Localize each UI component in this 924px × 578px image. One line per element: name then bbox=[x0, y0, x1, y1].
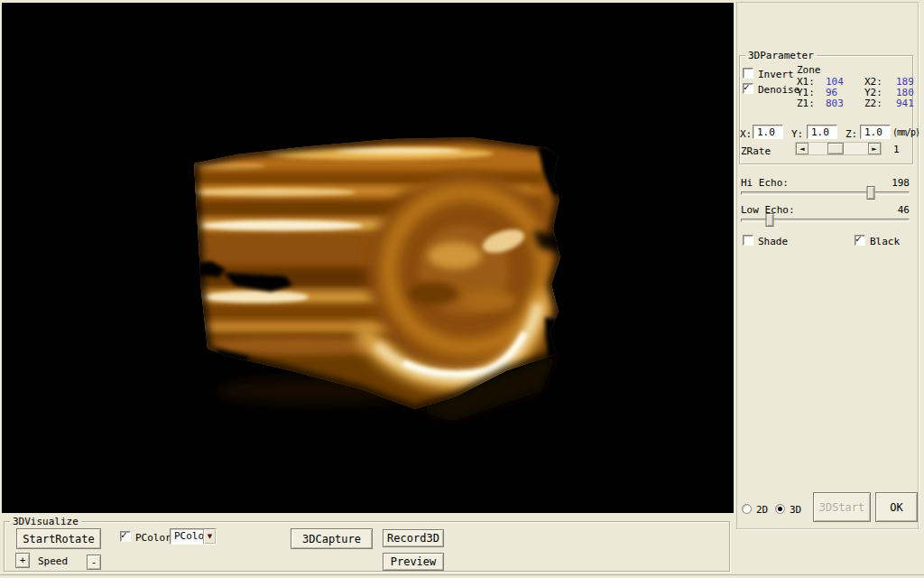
invert-checkbox[interactable] bbox=[743, 68, 753, 79]
zone-z1-value: 803 bbox=[826, 98, 844, 109]
shade-label: Shade bbox=[758, 236, 788, 247]
pcolor-dropdown[interactable]: PColor ▼ bbox=[170, 528, 217, 545]
app-window: 3DParameter Invert Denoise Zone X1: 104 … bbox=[0, 0, 924, 578]
invert-label: Invert bbox=[758, 69, 794, 80]
hi-echo-slider-track[interactable] bbox=[741, 191, 910, 195]
mode-2d-radio[interactable] bbox=[742, 504, 752, 514]
voxel-z-label: Z: bbox=[845, 128, 857, 140]
voxel-y-label: Y: bbox=[791, 128, 803, 140]
voxel-x-label: X: bbox=[740, 128, 752, 140]
hi-echo-slider-thumb[interactable] bbox=[866, 186, 874, 200]
zone-z2-value: 941 bbox=[896, 98, 914, 109]
start-rotate-button[interactable]: StartRotate bbox=[16, 528, 101, 549]
parameter-group-title: 3DParameter bbox=[745, 50, 817, 61]
pcolor-label: PColor bbox=[135, 532, 171, 544]
speed-label: Speed bbox=[38, 555, 68, 567]
zone-z2-label: Z2: bbox=[864, 98, 882, 109]
hi-echo-slider[interactable] bbox=[741, 185, 910, 200]
pcolor-dropdown-icon[interactable]: ▼ bbox=[203, 529, 216, 544]
low-echo-slider[interactable] bbox=[741, 212, 910, 227]
zrate-label: ZRate bbox=[741, 145, 771, 157]
render-viewport[interactable] bbox=[2, 3, 734, 513]
denoise-checkbox[interactable] bbox=[743, 83, 753, 94]
window-bottom-edge bbox=[0, 574, 924, 575]
voxel-unit-label: (mm/p) bbox=[892, 127, 919, 137]
zrate-scroll-left-icon[interactable]: ◄ bbox=[796, 143, 808, 154]
speed-plus-button[interactable]: + bbox=[15, 553, 30, 568]
voxel-y-input[interactable] bbox=[807, 125, 837, 139]
shade-checkbox[interactable] bbox=[743, 235, 753, 246]
zrate-value: 1 bbox=[893, 144, 900, 155]
ultrasound-volume-render bbox=[2, 3, 734, 513]
record3d-button[interactable]: Record3D bbox=[383, 529, 444, 547]
voxel-x-input[interactable] bbox=[753, 125, 783, 139]
low-echo-slider-thumb[interactable] bbox=[765, 213, 773, 227]
mode-2d-label: 2D bbox=[756, 504, 768, 516]
denoise-label: Denoise bbox=[758, 84, 799, 96]
voxel-z-input[interactable] bbox=[860, 125, 891, 139]
zrate-scroll-thumb[interactable] bbox=[827, 143, 844, 154]
black-label: Black bbox=[870, 236, 900, 247]
parameter-panel: 3DParameter Invert Denoise Zone X1: 104 … bbox=[734, 0, 924, 578]
mode-3d-label: 3D bbox=[790, 504, 801, 516]
speed-minus-button[interactable]: - bbox=[87, 555, 101, 570]
3dstart-button[interactable]: 3DStart bbox=[813, 492, 871, 522]
zone-title: Zone bbox=[797, 64, 821, 76]
zrate-scrollbar[interactable]: ◄ ► bbox=[795, 142, 882, 155]
zone-z1-label: Z1: bbox=[797, 98, 815, 109]
visualize-group-title: 3DVisualize bbox=[10, 516, 81, 527]
preview-button[interactable]: Preview bbox=[383, 553, 444, 571]
3dcapture-button[interactable]: 3DCapture bbox=[291, 528, 373, 549]
black-checkbox[interactable] bbox=[855, 235, 865, 246]
mode-3d-radio[interactable] bbox=[775, 504, 785, 514]
pcolor-checkbox[interactable] bbox=[120, 531, 131, 542]
zrate-scroll-right-icon[interactable]: ► bbox=[868, 143, 881, 154]
pcolor-dropdown-value: PColor bbox=[171, 529, 203, 544]
zrate-scroll-track[interactable] bbox=[808, 143, 868, 154]
visualize-panel: 3DVisualize StartRotate + Speed - PColor… bbox=[0, 513, 734, 578]
ok-button[interactable]: OK bbox=[875, 492, 918, 522]
